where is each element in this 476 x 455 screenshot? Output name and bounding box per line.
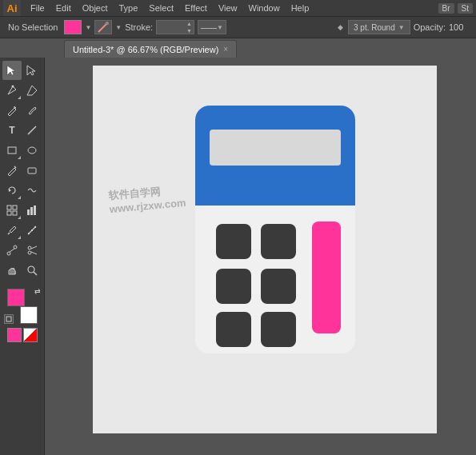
- menu-type[interactable]: Type: [114, 2, 143, 14]
- svg-marker-3: [27, 66, 35, 75]
- options-bar: No Selection ▼ ▼ Stroke: ▲ ▼ ——▼ ◆ 3 pt.…: [0, 16, 476, 38]
- svg-rect-10: [28, 168, 36, 174]
- type-tool[interactable]: T: [2, 121, 22, 140]
- reset-colors-icon[interactable]: [4, 314, 14, 324]
- tool-row-1: [2, 61, 42, 80]
- menu-effect[interactable]: Effect: [180, 2, 212, 14]
- svg-line-19: [8, 233, 10, 234]
- opacity-label: Opacity:: [414, 22, 446, 32]
- svg-line-30: [34, 272, 37, 275]
- svg-point-23: [7, 252, 10, 255]
- svg-point-26: [28, 251, 31, 254]
- color-swatch-area: ⇄: [2, 287, 42, 325]
- calc-key-5: [261, 312, 296, 347]
- eraser-tool[interactable]: [22, 161, 42, 180]
- svg-rect-14: [7, 211, 11, 215]
- ellipse-tool[interactable]: [22, 141, 42, 160]
- calc-pink-key: [312, 222, 341, 333]
- calc-screen: [210, 130, 341, 166]
- svg-line-28: [31, 252, 37, 254]
- tool-row-6: [2, 161, 42, 180]
- calc-key-0: [216, 224, 251, 259]
- blend-tool[interactable]: [2, 241, 22, 260]
- pencil-tool[interactable]: [2, 101, 22, 120]
- left-toolbar: T: [0, 58, 45, 455]
- document-tab[interactable]: Untitled-3* @ 66.67% (RGB/Preview) ×: [64, 40, 237, 58]
- measure-tool[interactable]: [22, 221, 42, 240]
- main-area: T: [0, 58, 476, 455]
- paintbrush-tool[interactable]: [2, 161, 22, 180]
- no-paint-indicator[interactable]: [23, 328, 38, 342]
- foreground-swatch[interactable]: [7, 289, 25, 306]
- svg-point-29: [28, 266, 34, 273]
- opacity-value: 100: [449, 22, 471, 32]
- eyedropper-tool[interactable]: [2, 221, 22, 240]
- fill-color-swatch[interactable]: [64, 20, 82, 34]
- swap-colors-icon[interactable]: ⇄: [34, 287, 41, 295]
- stroke-tool-arrow[interactable]: ▼: [115, 24, 122, 31]
- svg-marker-2: [7, 66, 15, 75]
- pt-round-dropdown[interactable]: 3 pt. Round ▼: [348, 20, 410, 34]
- menu-select[interactable]: Select: [144, 2, 178, 14]
- tool-row-2: [2, 81, 42, 100]
- app-logo: Ai: [3, 0, 21, 16]
- select-tool[interactable]: [2, 61, 22, 80]
- svg-rect-17: [30, 207, 33, 215]
- menu-object[interactable]: Object: [78, 2, 113, 14]
- dot-separator: ◆: [338, 23, 343, 31]
- menu-view[interactable]: View: [214, 2, 242, 14]
- svg-rect-18: [34, 206, 36, 215]
- stroke-up-arrow[interactable]: ▲: [186, 20, 192, 27]
- rotate-tool[interactable]: [2, 181, 22, 200]
- tool-row-9: [2, 221, 42, 240]
- svg-point-4: [12, 86, 14, 88]
- tool-row-4: T: [2, 121, 42, 140]
- color-fill-indicator[interactable]: [7, 328, 22, 342]
- rect-tool[interactable]: [2, 141, 22, 160]
- svg-rect-16: [27, 210, 30, 215]
- stroke-input[interactable]: [158, 23, 186, 32]
- tool-row-7: [2, 181, 42, 200]
- menu-edit[interactable]: Edit: [51, 2, 76, 14]
- canvas-area: 软件自学网 www.rjzxw.com: [45, 58, 476, 455]
- brush-tool[interactable]: [22, 101, 42, 120]
- chart-tool[interactable]: [22, 201, 42, 220]
- menu-file[interactable]: File: [26, 2, 50, 14]
- svg-point-24: [14, 245, 17, 249]
- tool-row-10: [2, 241, 42, 260]
- hand-tool[interactable]: [2, 261, 22, 280]
- svg-line-27: [31, 246, 37, 249]
- br-button[interactable]: Br: [438, 3, 454, 14]
- svg-rect-15: [13, 211, 17, 215]
- pen-tool[interactable]: [2, 81, 22, 100]
- stroke-down-arrow[interactable]: ▼: [186, 27, 192, 34]
- fill-dropdown-arrow[interactable]: ▼: [85, 24, 91, 31]
- tab-close-button[interactable]: ×: [223, 45, 228, 54]
- symbol-tool[interactable]: [2, 201, 22, 220]
- menu-help[interactable]: Help: [286, 2, 314, 14]
- background-swatch[interactable]: [20, 306, 38, 324]
- svg-rect-7: [8, 147, 16, 154]
- direct-select-tool[interactable]: [22, 61, 42, 80]
- tool-row-3: [2, 101, 42, 120]
- line-tool[interactable]: [22, 121, 42, 140]
- calculator-illustration: [195, 106, 355, 353]
- stroke-steppers: ▲ ▼: [186, 20, 192, 34]
- no-selection-label: No Selection: [5, 22, 61, 32]
- stroke-tool-icon[interactable]: [94, 20, 112, 34]
- zoom-tool[interactable]: [22, 261, 42, 280]
- menu-bar-right: Br St: [438, 3, 473, 14]
- scissors-tool[interactable]: [22, 241, 42, 260]
- anchor-tool[interactable]: [22, 81, 42, 100]
- menu-window[interactable]: Window: [244, 2, 285, 14]
- menu-bar: Ai File Edit Object Type Select Effect V…: [0, 0, 476, 16]
- svg-point-25: [28, 246, 31, 249]
- calc-key-2: [216, 269, 251, 304]
- svg-rect-12: [7, 206, 11, 210]
- stroke-options-dropdown[interactable]: ——▼: [198, 20, 226, 34]
- st-button[interactable]: St: [458, 3, 473, 14]
- warp-tool[interactable]: [22, 181, 42, 200]
- calc-key-3: [261, 269, 296, 304]
- tool-row-5: [2, 141, 42, 160]
- stroke-input-group: ▲ ▼: [156, 20, 194, 34]
